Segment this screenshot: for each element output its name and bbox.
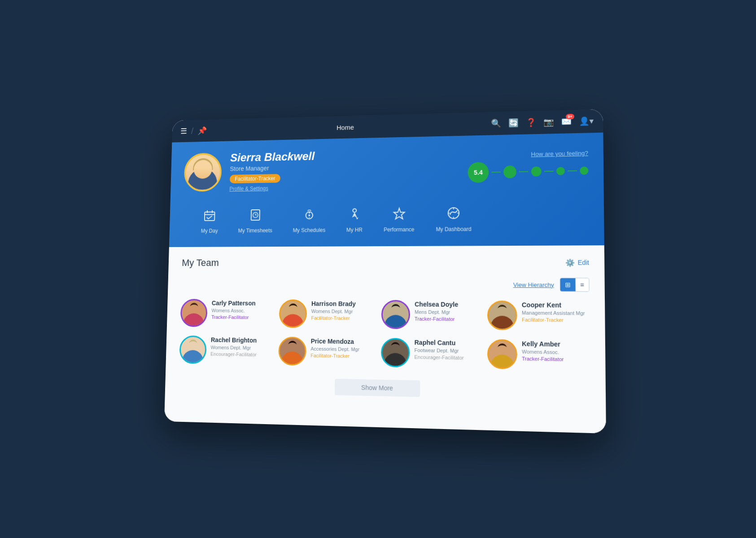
dashboard-label: My Dashboard: [436, 226, 471, 233]
search-icon[interactable]: 🔍: [491, 118, 501, 128]
member-role: Womens Dept. Mgr: [311, 308, 374, 314]
mood-dot-4: [580, 166, 588, 175]
nav-icons-row: My Day My Timesheets: [182, 200, 589, 239]
mood-line-1: [491, 172, 500, 173]
member-type: Facilitator-Tracker: [521, 317, 589, 323]
mood-dot-2: [531, 166, 541, 177]
schedules-icon: [302, 208, 316, 224]
member-info: Raphel Cantu Footwear Dept. Mgr Encourag…: [414, 338, 480, 361]
member-type: Facilitator-Tracker: [311, 315, 374, 321]
settings-icon: ⚙️: [565, 258, 574, 267]
member-avatar[interactable]: [381, 300, 410, 329]
avatar-torso: [490, 355, 514, 369]
hr-icon: [347, 207, 362, 224]
member-type: Tracker-Facilitator: [211, 314, 272, 320]
team-member: Price Mendoza Accessories Dept. Mgr Faci…: [278, 337, 374, 367]
dashboard-icon: [446, 206, 460, 222]
show-more-button[interactable]: Show More: [334, 379, 420, 397]
hamburger-icon[interactable]: ☰: [180, 126, 187, 136]
schedules-label: My Schedules: [293, 227, 325, 233]
nav-item-my-day[interactable]: My Day: [191, 204, 228, 239]
team-member: Rachel Brighton Womens Dept. Mgr Encoura…: [179, 335, 272, 365]
team-grid: Carly Patterson Womens Assoc. Tracker-Fa…: [179, 299, 590, 371]
feeling-link[interactable]: How are you feeling?: [531, 150, 588, 158]
mood-dot-3: [556, 167, 564, 175]
user-icon[interactable]: 👤▾: [579, 116, 594, 126]
member-info: Rachel Brighton Womens Dept. Mgr Encoura…: [210, 336, 272, 357]
team-member: Cooper Kent Management Assistant Mgr Fac…: [487, 300, 590, 331]
nav-left: ☰ / 📌: [180, 126, 206, 136]
member-info: Chelsea Doyle Mens Dept. Mgr Tracker-Fac…: [414, 300, 480, 322]
nav-divider: /: [191, 126, 193, 136]
timesheets-label: My Timesheets: [238, 227, 272, 234]
help-icon[interactable]: ❓: [526, 117, 536, 128]
edit-link[interactable]: ⚙️ Edit: [565, 258, 589, 267]
mood-dots: 5.4: [468, 160, 588, 183]
nav-item-schedules[interactable]: My Schedules: [282, 203, 336, 238]
feeling-section: How are you feeling? 5.4: [468, 150, 588, 183]
member-type: Tracker-Facilitator: [522, 356, 590, 363]
avatar-torso: [281, 351, 303, 366]
mood-line-3: [544, 171, 553, 172]
avatar-torso: [384, 315, 406, 329]
section-header: My Team ⚙️ Edit: [181, 256, 589, 269]
user-details: Sierra Blackwell Store Manager Facilitat…: [229, 147, 459, 192]
member-type: Encourager-Facilitator: [210, 351, 271, 358]
member-name: Price Mendoza: [310, 337, 374, 346]
mail-icon[interactable]: ✉️ 9+: [561, 117, 571, 127]
member-info: Harrison Brady Womens Dept. Mgr Facilita…: [311, 299, 374, 321]
svg-marker-15: [393, 208, 404, 219]
header-section: Sierra Blackwell Store Manager Facilitat…: [169, 133, 604, 247]
member-avatar[interactable]: [487, 300, 517, 330]
member-name: Carly Patterson: [211, 299, 272, 308]
user-avatar: [184, 152, 222, 191]
member-name: Cooper Kent: [521, 301, 589, 310]
member-role: Womens Assoc.: [522, 349, 590, 356]
edit-label: Edit: [577, 259, 589, 266]
member-avatar[interactable]: [279, 299, 307, 328]
member-avatar[interactable]: [180, 299, 207, 327]
view-hierarchy-link[interactable]: View Hierarchy: [513, 281, 554, 288]
team-section-title: My Team: [181, 257, 218, 269]
team-member: Harrison Brady Womens Dept. Mgr Facilita…: [279, 299, 374, 329]
team-member: Raphel Cantu Footwear Dept. Mgr Encourag…: [380, 338, 480, 369]
member-role: Management Assistant Mgr: [521, 310, 589, 317]
nav-item-performance[interactable]: Performance: [373, 202, 425, 237]
refresh-icon[interactable]: 🔄: [508, 118, 519, 128]
member-info: Price Mendoza Accessories Dept. Mgr Faci…: [310, 337, 374, 359]
member-role: Mens Dept. Mgr: [415, 309, 480, 315]
nav-item-dashboard[interactable]: My Dashboard: [425, 201, 482, 237]
svg-point-9: [308, 214, 310, 216]
svg-point-12: [353, 209, 356, 213]
member-type: Tracker-Facilitator: [414, 316, 480, 322]
list-view-button[interactable]: ≡: [575, 278, 589, 291]
nav-item-timesheets[interactable]: My Timesheets: [227, 204, 283, 239]
nav-item-hr[interactable]: My HR: [336, 202, 373, 238]
camera-icon[interactable]: 📷: [543, 117, 554, 127]
team-member: Kelly Amber Womens Assoc. Tracker-Facili…: [487, 339, 590, 370]
member-role: Womens Assoc.: [211, 308, 272, 314]
main-content: My Team ⚙️ Edit View Hierarchy ⊞ ≡ Carly…: [164, 245, 606, 434]
member-avatar[interactable]: [380, 338, 410, 368]
grid-view-button[interactable]: ⊞: [560, 278, 575, 291]
member-name: Kelly Amber: [522, 339, 590, 349]
svg-rect-0: [205, 212, 215, 221]
pin-icon[interactable]: 📌: [197, 126, 206, 135]
member-avatar[interactable]: [179, 335, 206, 364]
member-info: Kelly Amber Womens Assoc. Tracker-Facili…: [522, 339, 590, 362]
team-member: Carly Patterson Womens Assoc. Tracker-Fa…: [180, 299, 272, 328]
member-avatar[interactable]: [487, 339, 517, 369]
mood-line-4: [568, 170, 577, 171]
profile-settings-link[interactable]: Profile & Settings: [229, 182, 459, 192]
member-name: Harrison Brady: [311, 299, 374, 308]
page-title: Home: [336, 123, 354, 131]
timesheets-icon: [248, 208, 262, 224]
member-role: Footwear Dept. Mgr: [414, 347, 480, 354]
member-name: Raphel Cantu: [414, 338, 480, 347]
member-avatar[interactable]: [278, 337, 306, 366]
user-badge: Facilitator-Tracker: [229, 174, 280, 183]
avatar-torso: [183, 313, 204, 327]
user-info-row: Sierra Blackwell Store Manager Facilitat…: [184, 144, 588, 193]
performance-label: Performance: [384, 226, 414, 233]
member-name: Rachel Brighton: [210, 336, 271, 345]
